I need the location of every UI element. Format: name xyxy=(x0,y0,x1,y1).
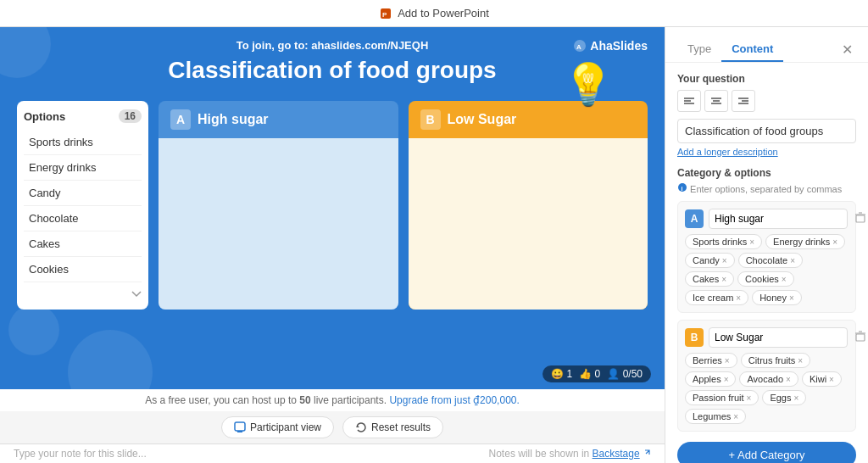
align-left-button[interactable] xyxy=(677,90,701,112)
limit-text: live participants. xyxy=(314,394,387,406)
category-b-entry-header: B xyxy=(685,327,849,348)
tag-remove[interactable]: × xyxy=(793,393,798,403)
reset-results-button[interactable]: Reset results xyxy=(342,416,443,438)
category-b-delete-button[interactable] xyxy=(853,329,868,347)
category-a-name-input[interactable] xyxy=(709,209,848,229)
ahaslides-logo-icon: A xyxy=(573,39,587,53)
cat-letter-badge-b: B xyxy=(685,328,704,347)
join-text: To join, go to: ahaslides.com/NJEQH xyxy=(17,39,648,52)
slide-footer: 😀 1 👍 0 👤 0/50 xyxy=(542,365,651,382)
tag: Cookies× xyxy=(737,271,794,287)
bulb-decoration: 💡 xyxy=(563,61,614,109)
option-item: Cookies xyxy=(24,257,142,282)
tag: Candy× xyxy=(685,253,735,268)
category-a-tags: Sports drinks× Energy drinks× Candy× Cho… xyxy=(685,234,849,305)
backstage-link[interactable]: Backstage xyxy=(593,448,640,460)
join-url: ahaslides.com/NJEQH xyxy=(311,39,428,52)
category-b-name-input[interactable] xyxy=(709,327,848,348)
tag: Honey× xyxy=(752,290,802,305)
question-toolbar xyxy=(677,90,856,112)
tag-remove[interactable]: × xyxy=(786,375,791,384)
svg-text:P: P xyxy=(382,11,387,19)
tag-remove[interactable]: × xyxy=(722,256,727,265)
tag-remove[interactable]: × xyxy=(798,356,803,365)
tag: Legumes× xyxy=(685,409,746,424)
align-right-button[interactable] xyxy=(732,90,755,112)
svg-text:A: A xyxy=(576,43,581,51)
slide-logo: A AhaSlides xyxy=(573,39,648,53)
trash-icon xyxy=(854,212,866,224)
reset-icon xyxy=(355,421,367,433)
category-a-body xyxy=(159,138,398,310)
tag-remove[interactable]: × xyxy=(789,293,794,303)
slide-actions: Participant view Reset results xyxy=(0,411,665,443)
options-header: Options 16 xyxy=(24,109,142,123)
add-category-button[interactable]: + Add Category xyxy=(677,442,856,463)
top-bar: P Add to PowerPoint xyxy=(0,0,868,27)
category-options-label: Category & options xyxy=(677,167,856,179)
tag: Eggs× xyxy=(762,390,806,405)
notes-backstage-text: Notes will be shown in Backstage xyxy=(489,448,651,460)
tag: Ice cream× xyxy=(685,290,748,305)
align-center-icon xyxy=(711,97,721,105)
tag-remove[interactable]: × xyxy=(724,375,729,384)
tag: Kiwi× xyxy=(802,371,842,387)
option-item: Energy drinks xyxy=(24,155,142,181)
add-description-link[interactable]: Add a longer description xyxy=(677,147,856,157)
category-entry-b: B Berries× Citrus fruits× Apples× Avoc xyxy=(677,320,856,432)
category-b-tags: Berries× Citrus fruits× Apples× Avocado×… xyxy=(685,353,849,424)
tag: Cakes× xyxy=(685,271,734,287)
tag-remove[interactable]: × xyxy=(782,275,787,284)
tag: Berries× xyxy=(685,353,737,368)
tag: Apples× xyxy=(685,371,736,387)
trash-icon xyxy=(854,331,866,343)
panel-header: Type Content ✕ xyxy=(665,27,868,63)
align-center-button[interactable] xyxy=(704,90,728,112)
slide-bottom-bar: As a free user, you can host up to 50 li… xyxy=(0,389,665,411)
panel-body: Your question xyxy=(665,63,868,463)
close-button[interactable]: ✕ xyxy=(838,38,856,61)
participant-view-button[interactable]: Participant view xyxy=(221,416,334,438)
tag-remove[interactable]: × xyxy=(790,256,795,265)
external-link-icon xyxy=(643,449,651,457)
tab-content[interactable]: Content xyxy=(721,37,783,62)
category-a-name: High sugar xyxy=(198,112,269,127)
align-left-icon xyxy=(684,97,694,105)
category-a-header: A High sugar xyxy=(159,101,398,138)
reset-results-label: Reset results xyxy=(371,421,431,433)
tag-remove[interactable]: × xyxy=(829,375,834,384)
emoji-stat: 😀 1 xyxy=(551,368,572,380)
slide-container: A AhaSlides 💡 To join, go to: ahaslides.… xyxy=(0,27,665,389)
category-a-entry-header: A xyxy=(685,209,849,229)
tag-remove[interactable]: × xyxy=(721,275,726,284)
svg-text:i: i xyxy=(682,186,683,192)
upgrade-link[interactable]: Upgrade from just ₫200,000. xyxy=(389,394,519,406)
logo-text: AhaSlides xyxy=(590,39,648,53)
ppt-icon: P xyxy=(379,7,392,20)
svg-rect-5 xyxy=(237,431,242,432)
tab-type[interactable]: Type xyxy=(677,37,721,62)
tag-remove[interactable]: × xyxy=(832,237,837,247)
category-b-letter: B xyxy=(420,109,441,130)
category-col-a: A High sugar xyxy=(159,101,398,310)
chevron-down-icon xyxy=(131,291,142,298)
tag-remove[interactable]: × xyxy=(733,412,738,421)
question-input[interactable] xyxy=(677,119,856,143)
tag-remove[interactable]: × xyxy=(725,356,730,365)
categories-area: A High sugar B Low Sugar xyxy=(159,101,648,310)
tag: Energy drinks× xyxy=(765,234,845,249)
tag-remove[interactable]: × xyxy=(747,393,752,403)
tag-remove[interactable]: × xyxy=(736,293,741,303)
category-col-b: B Low Sugar xyxy=(409,101,648,310)
options-panel: Options 16 Sports drinks Energy drinks C… xyxy=(17,101,148,310)
cat-letter-badge-a: A xyxy=(685,209,704,228)
category-hint: i Enter options, separated by commas xyxy=(677,182,856,194)
free-user-text: As a free user, you can host up to xyxy=(145,394,297,406)
participant-icon xyxy=(234,421,246,433)
thumbs-stat: 👍 0 xyxy=(579,368,600,380)
svg-rect-17 xyxy=(856,215,865,222)
tag: Chocolate× xyxy=(738,253,803,268)
tag-remove[interactable]: × xyxy=(749,237,754,247)
notes-placeholder[interactable]: Type your note for this slide... xyxy=(14,448,147,460)
category-a-delete-button[interactable] xyxy=(853,210,868,228)
